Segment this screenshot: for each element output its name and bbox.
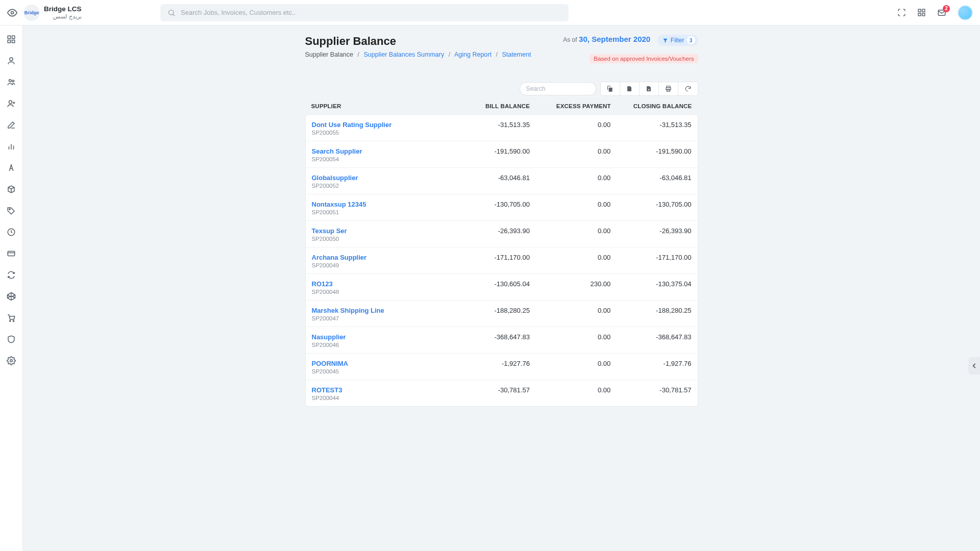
collapse-panel-tab[interactable]: [968, 357, 980, 374]
notification-badge: 2: [943, 5, 950, 12]
export-excel-button[interactable]: [640, 82, 659, 95]
tag-icon[interactable]: [7, 206, 16, 215]
edit-icon[interactable]: [7, 120, 16, 130]
bill-balance: -130,605.04: [449, 280, 530, 288]
supplier-link[interactable]: Search Supplier: [312, 147, 449, 155]
supplier-code: SP200055: [312, 130, 449, 136]
breadcrumb-current: Supplier Balance: [305, 51, 354, 58]
print-button[interactable]: [659, 82, 678, 95]
supplier-link[interactable]: Globalsupplier: [312, 174, 449, 182]
table-body: Dont Use Rating SupplierSP200055-31,513.…: [305, 114, 698, 407]
excess-payment: 0.00: [530, 254, 610, 261]
supplier-code: SP200047: [312, 315, 449, 321]
supplier-link[interactable]: Dont Use Rating Supplier: [312, 121, 449, 129]
fullscreen-icon[interactable]: [897, 8, 906, 17]
svg-point-14: [12, 80, 14, 82]
table-row: ROTEST3SP200044-30,781.570.00-30,781.57: [306, 380, 698, 406]
users-icon[interactable]: [7, 78, 16, 87]
brand[interactable]: Bridge Bridge LCS بريدج لسس: [23, 5, 82, 21]
bill-balance: -26,393.90: [449, 227, 530, 235]
supplier-link[interactable]: Archana Supplier: [312, 254, 449, 261]
excess-payment: 0.00: [530, 386, 610, 394]
th-closing[interactable]: CLOSING BALANCE: [611, 103, 692, 109]
dashboard-icon[interactable]: [7, 35, 16, 44]
excess-payment: 0.00: [530, 360, 610, 367]
supplier-code: SP200052: [312, 183, 449, 189]
table-row: GlobalsupplierSP200052-63,046.810.00-63,…: [306, 168, 698, 194]
clock-icon[interactable]: [7, 228, 16, 237]
excess-payment: 0.00: [530, 307, 610, 314]
th-supplier[interactable]: SUPPLIER: [311, 103, 449, 109]
supplier-link[interactable]: RO123: [312, 280, 449, 288]
svg-line-2: [173, 14, 175, 16]
breadcrumb-link-summary[interactable]: Supplier Balances Summary: [363, 51, 444, 58]
svg-point-31: [13, 320, 14, 321]
table-search-input[interactable]: [520, 82, 596, 95]
page-title: Supplier Balance: [305, 35, 531, 48]
cart-icon[interactable]: [7, 313, 16, 322]
excess-payment: 0.00: [530, 333, 610, 341]
table-row: RO123SP200048-130,605.04230.00-130,375.0…: [306, 274, 698, 300]
export-csv-button[interactable]: [620, 82, 640, 95]
svg-point-13: [9, 80, 12, 82]
table-row: POORNIMASP200045-1,927.760.00-1,927.76: [306, 354, 698, 380]
closing-balance: -63,046.81: [610, 174, 691, 182]
closing-balance: -171,170.00: [610, 254, 691, 261]
th-bill[interactable]: BILL BALANCE: [449, 103, 530, 109]
global-search[interactable]: [160, 4, 569, 21]
filter-icon: [663, 38, 668, 43]
svg-point-1: [169, 10, 174, 14]
supplier-link[interactable]: ROTEST3: [312, 386, 449, 394]
svg-point-32: [10, 360, 13, 362]
supplier-code: SP200046: [312, 342, 449, 348]
copy-button[interactable]: [601, 82, 620, 95]
breadcrumb-link-statement[interactable]: Statement: [502, 51, 531, 58]
table-row: Nontaxsup 12345SP200051-130,705.000.00-1…: [306, 194, 698, 221]
closing-balance: -1,927.76: [610, 360, 691, 367]
card-icon[interactable]: [7, 249, 16, 258]
apps-grid-icon[interactable]: [917, 8, 926, 17]
table-row: Archana SupplierSP200049-171,170.000.00-…: [306, 247, 698, 274]
svg-point-30: [10, 320, 11, 321]
excess-payment: 0.00: [530, 201, 610, 208]
box-icon[interactable]: [7, 185, 16, 194]
excess-payment: 0.00: [530, 121, 610, 129]
excess-payment: 0.00: [530, 227, 610, 235]
gear-icon[interactable]: [7, 356, 16, 365]
brand-sub: بريدج لسس: [44, 13, 82, 20]
chart-icon[interactable]: [7, 142, 16, 151]
svg-rect-4: [922, 9, 925, 12]
export-toolbar: [600, 82, 698, 96]
user-icon[interactable]: [7, 56, 16, 65]
breadcrumb-link-aging[interactable]: Aging Report: [454, 51, 492, 58]
avatar[interactable]: [958, 5, 973, 20]
sidebar: [0, 26, 23, 551]
supplier-link[interactable]: POORNIMA: [312, 360, 449, 367]
closing-balance: -368,647.83: [610, 333, 691, 341]
shield-icon[interactable]: [7, 335, 16, 344]
supplier-link[interactable]: Texsup Ser: [312, 227, 449, 235]
supplier-link[interactable]: Marshek Shipping Line: [312, 307, 449, 314]
sync-icon[interactable]: [7, 270, 16, 280]
codepen-icon[interactable]: [7, 292, 16, 301]
refresh-button[interactable]: [678, 82, 698, 95]
closing-balance: -26,393.90: [610, 227, 691, 235]
filter-button[interactable]: Filter 3: [657, 35, 698, 46]
filter-label: Filter: [671, 37, 684, 44]
supplier-link[interactable]: Nontaxsup 12345: [312, 201, 449, 208]
font-icon[interactable]: [7, 163, 16, 172]
closing-balance: -130,705.00: [610, 201, 691, 208]
search-icon: [167, 9, 176, 17]
user-plus-icon[interactable]: [7, 99, 16, 108]
svg-rect-11: [8, 40, 10, 43]
brand-name: Bridge LCS: [44, 5, 82, 13]
supplier-code: SP200049: [312, 262, 449, 268]
supplier-code: SP200051: [312, 209, 449, 215]
mail-icon[interactable]: 2: [937, 8, 946, 17]
th-excess[interactable]: EXCESS PAYMENT: [530, 103, 611, 109]
global-search-input[interactable]: [181, 9, 561, 16]
supplier-link[interactable]: Nasupplier: [312, 333, 449, 341]
visibility-icon[interactable]: [7, 8, 17, 18]
asof-date[interactable]: 30, September 2020: [579, 35, 650, 43]
main-content: Supplier Balance Supplier Balance / Supp…: [23, 26, 980, 551]
